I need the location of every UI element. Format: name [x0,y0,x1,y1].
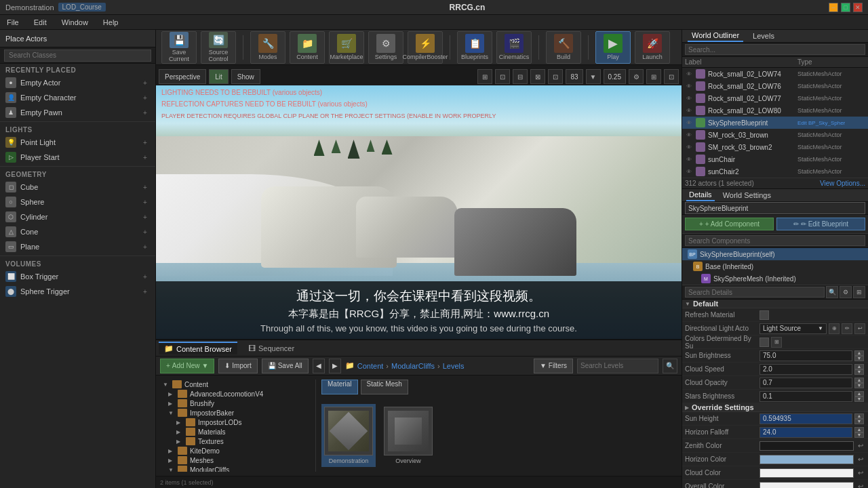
arrow-down-horizon-falloff[interactable]: ▼ [854,432,864,438]
input-horizon-falloff[interactable] [760,427,852,438]
vp-icon-6[interactable]: ▼ [586,69,601,84]
swatch-cloud-color[interactable] [760,468,854,478]
add-cube-btn[interactable]: + [140,182,150,192]
menu-file[interactable]: File [4,17,22,28]
actor-cylinder[interactable]: ⬡ Cylinder + [0,209,155,224]
menu-edit[interactable]: Edit [31,17,50,28]
add-empty-pawn-btn[interactable]: + [140,108,150,117]
add-new-button[interactable]: + Add New ▼ [160,359,214,373]
search-components-input[interactable] [685,235,865,246]
outliner-rock-80[interactable]: 👁 Rock_small_02_LOW80 StaticMeshActor [682,104,868,117]
add-cone-btn[interactable]: + [140,227,150,237]
outliner-sm-rock-brown2[interactable]: 👁 SM_rock_03_brown2 StaticMeshActor [682,141,868,153]
filter-material-btn[interactable]: Material [321,380,358,394]
asset-demonstration[interactable]: Demonstration [321,404,376,467]
search-details-btn[interactable]: 🔍 [826,286,838,298]
tree-item-textures[interactable]: ▶ Textures [160,436,310,446]
actor-empty-pawn[interactable]: ♟ Empty Pawn + [0,105,155,120]
settings-button[interactable]: ⚙ Settings [368,31,403,64]
dir-light-edit-btn[interactable]: ✏ [842,323,852,334]
compiler-booster-button[interactable]: ⚡ CompilerBooster [408,31,443,64]
vp-icon-7[interactable]: ⚙ [629,69,644,84]
outliner-sm-rock-brown[interactable]: 👁 SM_rock_03_brown StaticMeshActor [682,129,868,141]
arrow-down-sun-brightness[interactable]: ▼ [854,356,864,361]
save-current-button[interactable]: 💾 Save Current [161,31,197,64]
save-all-button[interactable]: 💾 Save All [262,359,309,373]
outliner-search-input[interactable] [685,44,865,55]
vp-icon-2[interactable]: ⊡ [495,69,510,84]
outliner-sky-sphere[interactable]: 👁 SkySphereBlueprint Edit BP_Sky_Spher [682,117,868,129]
actor-player-start[interactable]: ▷ Player Start + [0,150,155,165]
marketplace-button[interactable]: 🛒 Marketplace [329,31,364,64]
section-default[interactable]: ▼ Default [682,300,868,308]
actor-empty-character[interactable]: 👤 Empty Character + [0,90,155,105]
filters-button[interactable]: ▼ Filters [534,359,573,373]
vp-icon-1[interactable]: ⊞ [477,69,492,84]
build-button[interactable]: 🔨 Build [546,31,581,64]
minimize-button[interactable]: – [829,3,838,12]
dropdown-dir-light[interactable]: Light Source ▼ [760,323,827,334]
actor-box-trigger[interactable]: ⬜ Box Trigger + [0,269,155,284]
arrow-down-cloud-speed[interactable]: ▼ [854,369,864,375]
tree-item-impostor-lods[interactable]: ▶ ImpostorLODs [160,418,310,427]
actor-sphere-trigger[interactable]: ⬤ Sphere Trigger + [0,284,155,299]
tab-world-outliner[interactable]: World Outliner [688,30,743,42]
tree-item-materials-1[interactable]: ▶ Materials [160,427,310,436]
add-plane-btn[interactable]: + [140,242,150,251]
launch-button[interactable]: 🚀 Launch [635,31,670,64]
tree-item-impostor-baker[interactable]: ▼ ImpostorBaker [160,408,310,418]
nav-back-button[interactable]: ◀ [313,359,325,373]
tab-content-browser[interactable]: 📁 Content Browser [159,342,237,354]
filter-static-mesh-btn[interactable]: Static Mesh [361,380,408,394]
tab-levels[interactable]: Levels [749,30,778,41]
outliner-rock-74[interactable]: 👁 Rock_small_02_LOW74 StaticMeshActor [682,68,868,80]
outliner-sun-chair2[interactable]: 👁 sunChair2 StaticMeshActor [682,165,868,178]
add-player-start-btn[interactable]: + [140,152,150,162]
tab-details[interactable]: Details [686,189,715,201]
swatch-zenith-color[interactable] [760,441,854,451]
search-classes-input[interactable] [4,49,151,62]
vp-icon-4[interactable]: ⊠ [530,69,545,84]
colors-sun-extra-btn[interactable]: ⊞ [771,337,782,348]
tree-item-brushify[interactable]: ▶ Brushify [160,399,310,408]
actor-plane[interactable]: ▭ Plane + [0,239,155,254]
outliner-sun-chair[interactable]: 👁 sunChair StaticMeshActor [682,153,868,165]
path-levels[interactable]: Levels [443,362,465,370]
input-stars-brightness[interactable] [760,391,852,402]
input-cloud-opacity[interactable] [760,378,852,388]
arrow-up-stars-brightness[interactable]: ▲ [854,391,864,396]
dir-light-pick-btn[interactable]: ⊕ [829,323,840,334]
tree-item-advanced-locomotion[interactable]: ▶ AdvancedLocomotionV4 [160,389,310,399]
search-details-input[interactable] [685,287,825,298]
outliner-rock-76[interactable]: 👁 Rock_small_02_LOW76 StaticMeshActor [682,80,868,92]
tab-world-settings[interactable]: World Settings [720,190,774,201]
modes-button[interactable]: 🔧 Modes [250,31,285,64]
details-settings-btn[interactable]: ⚙ [840,286,852,298]
import-button[interactable]: ⬇ Import [218,359,257,373]
vp-icon-9[interactable]: ⊡ [664,69,679,84]
maximize-button[interactable]: □ [841,3,850,12]
close-button[interactable]: ✕ [853,3,863,12]
input-cloud-speed[interactable] [760,364,852,375]
outliner-rock-77[interactable]: 👁 Rock_small_02_LOW77 StaticMeshActor [682,92,868,104]
add-sphere-trigger-btn[interactable]: + [140,287,150,296]
add-empty-character-btn[interactable]: + [140,93,150,102]
comp-base-inherited[interactable]: B Base (Inherited) [682,260,868,272]
add-box-trigger-btn[interactable]: + [140,272,150,281]
input-sun-brightness[interactable] [760,350,852,361]
path-modular-cliffs[interactable]: ModularCliffs [391,362,435,370]
comp-skysphere-self[interactable]: BP SkySphereBlueprint(self) [682,248,868,260]
checkbox-refresh[interactable] [760,310,769,320]
lit-button[interactable]: Lit [209,69,229,84]
asset-overview[interactable]: Overview [381,404,435,467]
show-button[interactable]: Show [231,69,260,84]
arrow-up-cloud-speed[interactable]: ▲ [854,364,864,369]
actor-point-light[interactable]: 💡 Point Light + [0,135,155,150]
section-override[interactable]: ▶ Override Settings [682,403,868,412]
menu-help[interactable]: Help [100,17,121,28]
edit-blueprint-button[interactable]: ✏ ✏ Edit Blueprint [776,218,865,230]
add-point-light-btn[interactable]: + [140,138,150,147]
tree-item-kite-demo[interactable]: ▶ KiteDemo [160,446,310,455]
tree-item-content[interactable]: ▼ Content [160,380,310,389]
actor-sphere[interactable]: ○ Sphere + [0,195,155,209]
